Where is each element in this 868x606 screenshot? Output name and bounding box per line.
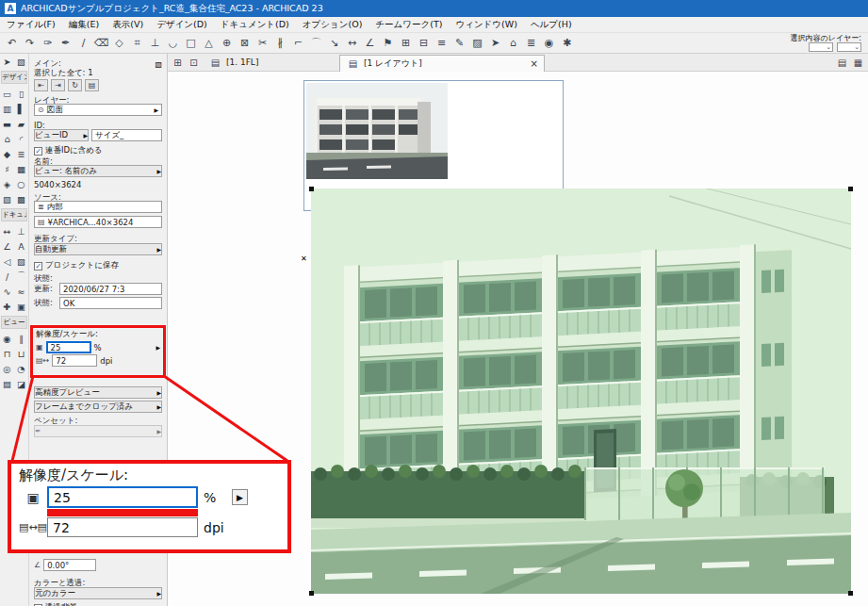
shell-tool-icon[interactable]: ◜	[14, 131, 28, 146]
marquee-icon[interactable]: ▧	[14, 54, 28, 69]
drawing-anchor-marker[interactable]: ✕	[301, 254, 307, 263]
select-next-button[interactable]: ⇥	[51, 79, 65, 91]
tab-overview-icon[interactable]: ▤	[835, 56, 849, 70]
door-tool-icon[interactable]: ▯	[14, 86, 28, 101]
toolbox-document-label[interactable]: ドキュメント	[1, 208, 27, 221]
menu-teamwork[interactable]: チームワーク(T)	[368, 17, 449, 33]
curtain-wall-tool-icon[interactable]: ▦	[14, 161, 28, 176]
update-type-combo[interactable]: 自動更新 ▶	[34, 243, 162, 255]
find-select-icon[interactable]: ◉	[541, 35, 557, 52]
menu-file[interactable]: ファイル(F)	[0, 17, 62, 33]
resolution-arrow-icon[interactable]: ▶	[156, 344, 160, 351]
menu-design[interactable]: デザイン(D)	[150, 17, 214, 33]
worksheet-tool-icon[interactable]: ▤	[0, 376, 14, 391]
source-path-field[interactable]: ▤ ¥ARCHICA...40×3624	[34, 216, 162, 228]
settings-dialog-button[interactable]: ▤	[85, 79, 99, 91]
view-id-combo[interactable]: ビューID ▶	[34, 129, 89, 141]
hotspot-tool-icon[interactable]: ✚	[0, 299, 14, 314]
options-icon[interactable]: ✱	[559, 35, 575, 52]
selection-handle-top-left[interactable]	[309, 187, 314, 191]
menu-help[interactable]: ヘルプ(H)	[524, 17, 579, 33]
toolbox-design-label[interactable]: デザイン	[1, 71, 27, 84]
mesh-tool-icon[interactable]: ▩	[14, 191, 28, 206]
tab-close-icon[interactable]: ×	[531, 58, 538, 69]
guide-line-icon[interactable]: ∕	[75, 35, 91, 52]
include-in-serial-id-checkbox[interactable]: ✓ 連番IDに含める	[34, 145, 162, 156]
resize-icon[interactable]: ↘	[326, 35, 342, 52]
menu-window[interactable]: ウィンドウ(W)	[449, 17, 523, 33]
refresh-button[interactable]: ↻	[68, 79, 82, 91]
spline-tool-icon[interactable]: ≈	[14, 284, 28, 299]
arc-guide-icon[interactable]: ◡	[165, 35, 181, 52]
arrow-tool-icon[interactable]: ➤	[487, 35, 503, 52]
tab-list-icon[interactable]: ▦	[851, 56, 865, 70]
zone-tool-icon[interactable]: ▧	[0, 191, 14, 206]
line-tool-icon[interactable]: ∕	[0, 269, 14, 284]
polyline-tool-icon[interactable]: ∿	[0, 284, 14, 299]
layer-combo-2[interactable]: ⌄	[837, 42, 861, 52]
selection-handle-top-right[interactable]	[848, 187, 853, 191]
railing-tool-icon[interactable]: ♯	[0, 161, 14, 176]
selection-handle-bottom-right[interactable]	[848, 591, 853, 596]
original-color-combo[interactable]: 元のカラー ▶	[34, 587, 162, 599]
source-field[interactable]: ≣ 内部	[34, 201, 162, 213]
fillet-icon[interactable]: ⌒	[308, 35, 324, 52]
elevation-tool-icon[interactable]: ⊓	[0, 346, 14, 361]
dimension-tool-icon[interactable]: ↔	[0, 223, 14, 238]
level-dimension-tool-icon[interactable]: ⊥	[14, 223, 28, 238]
quick-options-icon[interactable]: ⊞	[171, 56, 185, 70]
layer-combo-1[interactable]: ⌄	[809, 42, 833, 52]
column-tool-icon[interactable]: ▌	[14, 101, 28, 116]
lamp-tool-icon[interactable]: ○	[14, 176, 28, 191]
inject-parameters-icon[interactable]: ✒	[57, 35, 74, 52]
stretch-icon[interactable]: ↔	[344, 35, 360, 52]
lock-icon[interactable]: ⊠	[237, 35, 253, 52]
angle-dimension-tool-icon[interactable]: ∠	[0, 238, 14, 254]
layer-settings-icon[interactable]: ≣	[523, 35, 539, 52]
scissors-icon[interactable]: ✂	[254, 35, 270, 52]
window-tool-icon[interactable]: ▥	[0, 101, 14, 116]
store-in-project-checkbox[interactable]: ✓ プロジェクトに保存	[34, 260, 162, 271]
menu-view[interactable]: 表示(V)	[106, 17, 150, 33]
fill-tool-icon[interactable]: ▨	[14, 254, 28, 269]
selection-handle-bottom-left[interactable]	[309, 591, 314, 596]
link-icon[interactable]: ⊕	[219, 35, 235, 52]
select-previous-button[interactable]: ⇤	[34, 79, 48, 91]
renovation-icon[interactable]: ⌂	[505, 35, 521, 52]
dpi-input[interactable]	[47, 517, 198, 537]
wall-tool-icon[interactable]: ▭	[0, 86, 14, 101]
ungroup-icon[interactable]: ⊟	[416, 35, 432, 52]
tab-1fl[interactable]: ▤ [1. 1FL]	[203, 54, 264, 71]
eraser-icon[interactable]: ⌫	[93, 35, 109, 52]
crop-to-frame-button[interactable]: フレームまでクロップ済み ▶	[34, 401, 162, 413]
undo-icon[interactable]: ↶	[4, 35, 20, 52]
morph-tool-icon[interactable]: ◆	[0, 146, 14, 161]
arc-tool-icon[interactable]: ⌒	[14, 269, 28, 284]
object-tool-icon[interactable]: ◈	[0, 176, 14, 191]
slab-tool-icon[interactable]: ▰	[14, 116, 28, 131]
layer-field[interactable]: ⊙ 図面 ▶	[34, 104, 162, 116]
marquee-frame-icon[interactable]: □	[183, 35, 199, 52]
label-tool-icon[interactable]: ◁	[0, 254, 14, 269]
figure-tool-icon[interactable]: ▣	[14, 299, 28, 314]
document-3d-tool-icon[interactable]: ◪	[14, 376, 28, 391]
tab-layout[interactable]: ▤ [1 レイアウト] ×	[339, 55, 545, 72]
toolbox-view-label[interactable]: ビュー	[1, 316, 27, 329]
resolution-flyout-button[interactable]: ▶	[232, 489, 248, 505]
angle-input[interactable]: 0.00°	[43, 559, 96, 571]
text-tool-icon[interactable]: A	[14, 238, 28, 254]
flag-icon[interactable]: ⚑	[380, 35, 396, 52]
id-input[interactable]: サイズ_	[91, 129, 162, 141]
redo-icon[interactable]: ↷	[22, 35, 38, 52]
name-combo[interactable]: ビュー: 名前のみ ▶	[34, 165, 162, 177]
menu-edit[interactable]: 編集(E)	[62, 17, 106, 33]
zoom-tool-icon[interactable]: ◉	[0, 331, 14, 346]
transparent-background-checkbox[interactable]: 透過背景	[34, 602, 162, 606]
detail-tool-icon[interactable]: ◔	[14, 361, 28, 376]
fill-display-icon[interactable]: ▨	[469, 35, 485, 52]
layer-arrow-icon[interactable]: ▶	[154, 106, 158, 113]
section-tool-icon[interactable]: ∥	[14, 331, 28, 346]
group-icon[interactable]: ⊞	[398, 35, 414, 52]
split-icon[interactable]: ∦	[272, 35, 288, 52]
drawing-thumbnail[interactable]	[306, 83, 448, 179]
